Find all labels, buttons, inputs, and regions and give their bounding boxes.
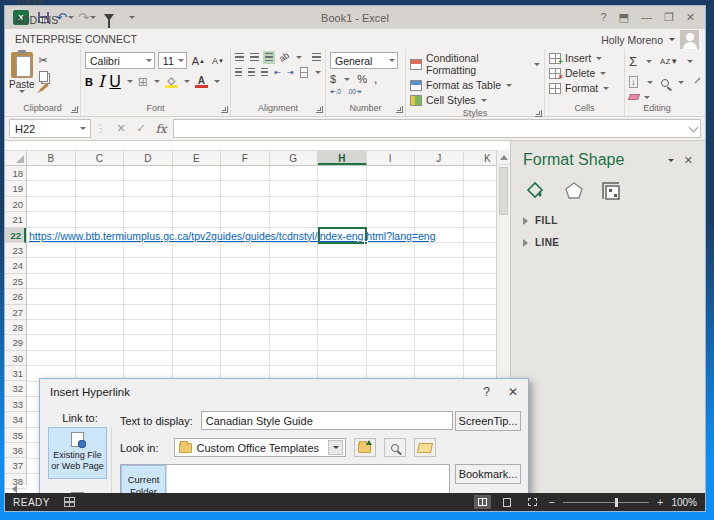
look-in-combo[interactable]: Custom Office Templates: [174, 438, 346, 457]
link-to-option[interactable]: Place in This Document: [48, 488, 107, 494]
format-cells-button[interactable]: Format: [549, 82, 620, 94]
decrease-decimal-button[interactable]: .00↠: [347, 89, 362, 96]
underline-button[interactable]: U: [109, 73, 121, 91]
wrap-text-button[interactable]: [312, 53, 321, 62]
paste-button[interactable]: Paste: [9, 52, 35, 101]
cancel-entry-button[interactable]: ✕: [111, 122, 131, 135]
find-select-button[interactable]: [661, 73, 669, 91]
column-header[interactable]: F: [221, 151, 270, 165]
row-header[interactable]: 31: [5, 366, 26, 381]
formula-input[interactable]: [173, 119, 701, 138]
decrease-indent-button[interactable]: ⇤: [274, 68, 281, 77]
row-header[interactable]: 25: [5, 274, 26, 289]
ribbon-display-options-button[interactable]: ⬒: [619, 11, 629, 24]
row-header[interactable]: 18: [5, 166, 26, 181]
column-header[interactable]: D: [124, 151, 173, 165]
zoom-level[interactable]: 100%: [671, 497, 697, 508]
column-header[interactable]: B: [27, 151, 76, 165]
sort-filter-button[interactable]: AZ▼: [660, 57, 678, 66]
delete-cells-button[interactable]: ×Delete: [549, 67, 620, 79]
copy-button[interactable]: [39, 71, 48, 82]
page-layout-view-button[interactable]: [499, 495, 516, 509]
column-header[interactable]: E: [173, 151, 222, 165]
row-header[interactable]: 19: [5, 181, 26, 196]
row-header[interactable]: 34: [5, 412, 26, 427]
align-center-button[interactable]: [248, 68, 255, 77]
row-header[interactable]: 36: [5, 443, 26, 458]
cell-hyperlink[interactable]: https://www.btb.termiumplus.gc.ca/tpv2gu…: [29, 229, 436, 244]
align-right-button[interactable]: [261, 68, 268, 77]
column-header[interactable]: J: [415, 151, 464, 165]
row-header[interactable]: 26: [5, 289, 26, 304]
insert-cells-button[interactable]: +Insert: [549, 52, 620, 64]
zoom-in-button[interactable]: +: [657, 496, 663, 508]
ribbon-tab[interactable]: VIEW: [5, 0, 147, 11]
clipboard-dialog-launcher[interactable]: [71, 106, 78, 113]
zoom-slider[interactable]: [563, 502, 649, 503]
close-button[interactable]: ✕: [686, 11, 695, 24]
column-header[interactable]: G: [270, 151, 319, 165]
insert-function-button[interactable]: fx: [151, 122, 171, 136]
ribbon-tab[interactable]: ENTERPRISE CONNECT: [5, 30, 147, 49]
macro-record-icon[interactable]: [64, 497, 75, 507]
row-header[interactable]: 20: [5, 197, 26, 212]
text-to-display-input[interactable]: Canadian Style Guide: [201, 411, 453, 430]
autosum-button[interactable]: Σ: [629, 52, 637, 70]
row-header[interactable]: 30: [5, 351, 26, 366]
align-middle-button[interactable]: [250, 53, 259, 62]
file-list-empty[interactable]: [167, 465, 449, 493]
align-left-button[interactable]: [235, 68, 242, 77]
name-box[interactable]: H22: [9, 119, 91, 138]
row-header[interactable]: 35: [5, 428, 26, 443]
zoom-out-button[interactable]: −: [549, 496, 555, 508]
expand-formula-bar-button[interactable]: [689, 123, 699, 133]
styles-dialog-launcher[interactable]: [535, 110, 542, 117]
column-header[interactable]: H: [318, 151, 367, 165]
ribbon-tab[interactable]: ADD-INS: [5, 11, 147, 30]
user-name[interactable]: Holly Moreno: [601, 34, 663, 46]
comma-style-button[interactable]: ,: [374, 72, 377, 86]
sheet-tab-scroll-left-icon[interactable]: [12, 485, 17, 493]
dialog-help-button[interactable]: ?: [483, 385, 490, 399]
bold-button[interactable]: B: [85, 76, 93, 88]
effects-icon[interactable]: [564, 181, 584, 201]
row-header[interactable]: 21: [5, 212, 26, 227]
cell-styles-button[interactable]: Cell Styles: [410, 94, 540, 106]
restore-button[interactable]: ❐: [664, 11, 674, 24]
column-header[interactable]: I: [367, 151, 416, 165]
screentip-button[interactable]: ScreenTip...: [455, 411, 521, 431]
font-dialog-launcher[interactable]: [221, 106, 228, 113]
size-properties-icon[interactable]: [601, 181, 621, 201]
number-format-combo[interactable]: General: [330, 52, 398, 69]
row-header[interactable]: 33: [5, 397, 26, 412]
selected-cell-H22[interactable]: [318, 227, 367, 244]
align-bottom-button[interactable]: [265, 53, 274, 62]
cut-button[interactable]: ✂: [39, 54, 49, 67]
dialog-close-button[interactable]: ✕: [508, 385, 518, 399]
scrollbar-thumb[interactable]: [499, 167, 508, 215]
row-header[interactable]: 28: [5, 320, 26, 335]
browse-web-button[interactable]: [384, 438, 406, 457]
folder-view-option[interactable]: Current Folder: [121, 465, 166, 493]
font-size-combo[interactable]: 11: [158, 52, 187, 69]
row-header[interactable]: 27: [5, 305, 26, 320]
percent-style-button[interactable]: %: [357, 73, 367, 85]
shrink-font-button[interactable]: A▼: [210, 52, 226, 69]
file-list-box[interactable]: Current FolderBrowsed PagesRecent Files: [120, 464, 450, 493]
alignment-dialog-launcher[interactable]: [316, 106, 323, 113]
up-one-folder-button[interactable]: [354, 438, 376, 457]
format-as-table-button[interactable]: Format as Table: [410, 79, 540, 91]
panel-close-button[interactable]: ✕: [684, 154, 693, 167]
row-header[interactable]: 37: [5, 458, 26, 473]
enter-entry-button[interactable]: ✓: [131, 122, 151, 135]
orientation-button[interactable]: ab: [277, 50, 291, 64]
avatar[interactable]: [680, 30, 699, 49]
formula-bar-splitter[interactable]: ⋮: [91, 123, 111, 134]
row-header[interactable]: 32: [5, 381, 26, 396]
panel-section[interactable]: LINE: [523, 237, 693, 248]
row-header[interactable]: 23: [5, 243, 26, 258]
font-name-combo[interactable]: Calibri: [85, 52, 155, 69]
borders-button[interactable]: ⊞: [138, 75, 148, 89]
help-button[interactable]: ?: [600, 11, 606, 24]
align-top-button[interactable]: [235, 53, 244, 62]
